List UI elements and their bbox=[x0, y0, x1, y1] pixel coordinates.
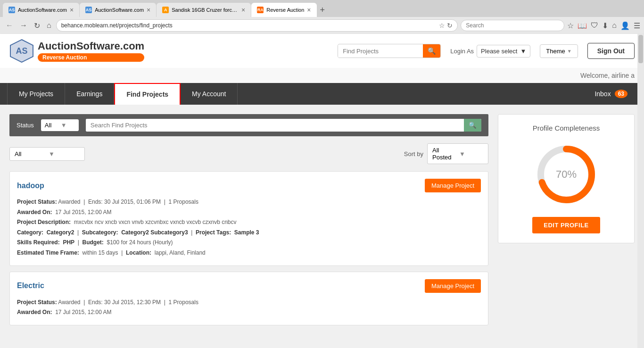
sort-select-value: All Posted bbox=[432, 147, 456, 161]
login-select-value: Please select bbox=[481, 48, 517, 55]
project-2-manage-button[interactable]: Manage Project bbox=[425, 279, 481, 293]
forward-button[interactable]: → bbox=[18, 20, 29, 31]
nav-find-projects[interactable]: Find Projects bbox=[114, 83, 181, 105]
back-button[interactable]: ← bbox=[4, 20, 15, 31]
tab-1-close[interactable]: × bbox=[70, 6, 74, 14]
project-1-desc-line: Project Description: mxcvbx ncv xncb vxc… bbox=[17, 217, 481, 228]
scrollbar-thumb[interactable] bbox=[638, 35, 643, 63]
project-1-category-line: Category: Category2 | Subcategory: Categ… bbox=[17, 228, 481, 238]
project-2-status-line: Project Status: Awarded | Ends: 30 Jul 2… bbox=[17, 298, 481, 308]
login-select-dropdown[interactable]: Please select ▼ bbox=[477, 45, 530, 58]
theme-label: Theme bbox=[546, 48, 565, 55]
content-area: Status All ▼ 🔍 All ▼ Sort by bbox=[9, 114, 488, 331]
find-projects-search-button[interactable]: 🔍 bbox=[464, 119, 481, 132]
logo-badge: Reverse Auction bbox=[38, 53, 144, 62]
project-1-manage-button[interactable]: Manage Project bbox=[425, 179, 481, 192]
project-1-time-line: Estimated Time Frame: within 15 days | L… bbox=[17, 248, 481, 258]
tab-1-favicon: AS bbox=[8, 7, 15, 13]
new-tab-button[interactable]: + bbox=[317, 5, 328, 15]
filter-bar: Status All ▼ 🔍 bbox=[9, 114, 488, 136]
project-2-awarded-line: Awarded On: 17 Jul 2015, 12:00 AM bbox=[17, 307, 481, 318]
logo-area: AS AuctionSoftware.com Reverse Auction bbox=[9, 39, 144, 63]
logo-icon: AS bbox=[9, 39, 34, 63]
scrollbar-track[interactable] bbox=[637, 34, 644, 348]
category-select-value: All bbox=[15, 150, 46, 157]
category-select[interactable]: All ▼ bbox=[9, 147, 85, 161]
header-search-button[interactable]: 🔍 bbox=[423, 44, 440, 58]
project-1-awarded-line: Awarded On: 17 Jul 2015, 12:00 AM bbox=[17, 207, 481, 218]
category-caret-icon: ▼ bbox=[49, 150, 80, 157]
bookmark-icon[interactable]: ☆ bbox=[439, 22, 445, 29]
status-select[interactable]: All ▼ bbox=[41, 119, 79, 131]
reading-mode-icon[interactable]: 📖 bbox=[578, 21, 587, 30]
inbox-label: Inbox bbox=[594, 90, 611, 98]
browser-search-bar[interactable] bbox=[461, 20, 564, 31]
card-1-header: hadoop Manage Project bbox=[17, 179, 481, 192]
status-select-value: All bbox=[45, 122, 59, 129]
sidebar: Profile Completeness 70% EDIT PROFILE bbox=[498, 114, 635, 331]
svg-text:AS: AS bbox=[16, 46, 27, 56]
inbox-area: Inbox 63 bbox=[585, 83, 637, 105]
menu-icon[interactable]: ☰ bbox=[634, 21, 640, 30]
tab-1[interactable]: AS AuctionSoftware.com × bbox=[3, 3, 79, 17]
sort-caret-icon: ▼ bbox=[459, 150, 483, 157]
browser-search-input[interactable] bbox=[466, 22, 559, 29]
status-label: Status bbox=[17, 122, 34, 129]
project-1-status-line: Project Status: Awarded | Ends: 30 Jul 2… bbox=[17, 197, 481, 207]
url-icons: ☆ ↻ bbox=[439, 22, 453, 29]
download-icon[interactable]: ⬇ bbox=[602, 21, 608, 30]
project-1-title: hadoop bbox=[17, 182, 44, 190]
refresh-icon[interactable]: ↻ bbox=[447, 22, 453, 29]
edit-profile-button[interactable]: EDIT PROFILE bbox=[532, 217, 600, 233]
shield-icon[interactable]: 🛡 bbox=[591, 21, 598, 30]
tab-3-favicon: A bbox=[162, 7, 169, 13]
project-card-1: hadoop Manage Project Project Status: Aw… bbox=[9, 171, 488, 266]
url-text: behance.moblearn.net/projects/find_proje… bbox=[61, 22, 437, 29]
sort-label: Sort by bbox=[404, 150, 423, 157]
address-bar: ← → ↻ ⌂ behance.moblearn.net/projects/fi… bbox=[0, 17, 644, 34]
theme-button[interactable]: Theme ▼ bbox=[540, 44, 578, 58]
logo-name: AuctionSoftware.com bbox=[38, 40, 144, 52]
search-input-wrap[interactable]: 🔍 bbox=[86, 119, 481, 132]
user-icon[interactable]: 👤 bbox=[620, 21, 630, 30]
profile-completeness-widget: Profile Completeness 70% EDIT PROFILE bbox=[498, 114, 635, 243]
refresh-button[interactable]: ↻ bbox=[32, 20, 42, 31]
card-2-meta: Project Status: Awarded | Ends: 30 Jul 2… bbox=[17, 298, 481, 318]
nav-earnings[interactable]: Earnings bbox=[65, 83, 114, 105]
tab-bar: AS AuctionSoftware.com × AS AuctionSoftw… bbox=[0, 0, 644, 17]
tab-3-close[interactable]: × bbox=[241, 6, 245, 14]
tab-1-label: AuctionSoftware.com bbox=[18, 7, 67, 13]
card-2-header: Electric Manage Project bbox=[17, 279, 481, 293]
project-2-title: Electric bbox=[17, 282, 44, 290]
tab-2[interactable]: AS AuctionSoftware.com × bbox=[80, 3, 156, 17]
sort-area: Sort by All Posted ▼ bbox=[404, 143, 488, 164]
tab-4-label: Reverse Auction bbox=[266, 7, 304, 13]
home-button[interactable]: ⌂ bbox=[45, 20, 53, 31]
sort-select[interactable]: All Posted ▼ bbox=[427, 143, 488, 164]
tab-3-label: Sandisk 16GB Cruzer force ... bbox=[172, 7, 239, 13]
profile-circle: 70% bbox=[533, 141, 599, 207]
header-search[interactable]: 🔍 bbox=[338, 44, 441, 58]
tab-3[interactable]: A Sandisk 16GB Cruzer force ... × bbox=[157, 3, 251, 17]
main-area: Status All ▼ 🔍 All ▼ Sort by bbox=[0, 105, 644, 340]
home-icon[interactable]: ⌂ bbox=[612, 21, 617, 30]
tab-4[interactable]: RA Reverse Auction × bbox=[251, 3, 316, 17]
url-bar[interactable]: behance.moblearn.net/projects/find_proje… bbox=[56, 19, 458, 32]
browser-icons: ☆ 📖 🛡 ⬇ ⌂ 👤 ☰ bbox=[567, 21, 640, 30]
browser-chrome: AS AuctionSoftware.com × AS AuctionSoftw… bbox=[0, 0, 644, 34]
login-as-area: Login As Please select ▼ bbox=[450, 45, 530, 58]
nav-my-account[interactable]: My Account bbox=[181, 83, 238, 105]
tab-4-close[interactable]: × bbox=[307, 6, 311, 14]
tab-2-close[interactable]: × bbox=[147, 6, 150, 14]
tab-2-label: AuctionSoftware.com bbox=[95, 7, 144, 13]
theme-caret-icon: ▼ bbox=[567, 49, 572, 54]
nav-my-projects[interactable]: My Projects bbox=[7, 83, 65, 105]
header-search-input[interactable] bbox=[338, 45, 423, 58]
sub-filter: All ▼ Sort by All Posted ▼ bbox=[9, 143, 488, 164]
inbox-badge: 63 bbox=[615, 90, 627, 98]
find-projects-search-input[interactable] bbox=[86, 119, 464, 132]
login-as-label: Login As bbox=[450, 48, 474, 55]
project-1-skills-line: Skills Required: PHP | Budget: $100 for … bbox=[17, 238, 481, 248]
star-icon[interactable]: ☆ bbox=[567, 21, 574, 30]
signout-button[interactable]: Sign Out bbox=[587, 43, 635, 59]
